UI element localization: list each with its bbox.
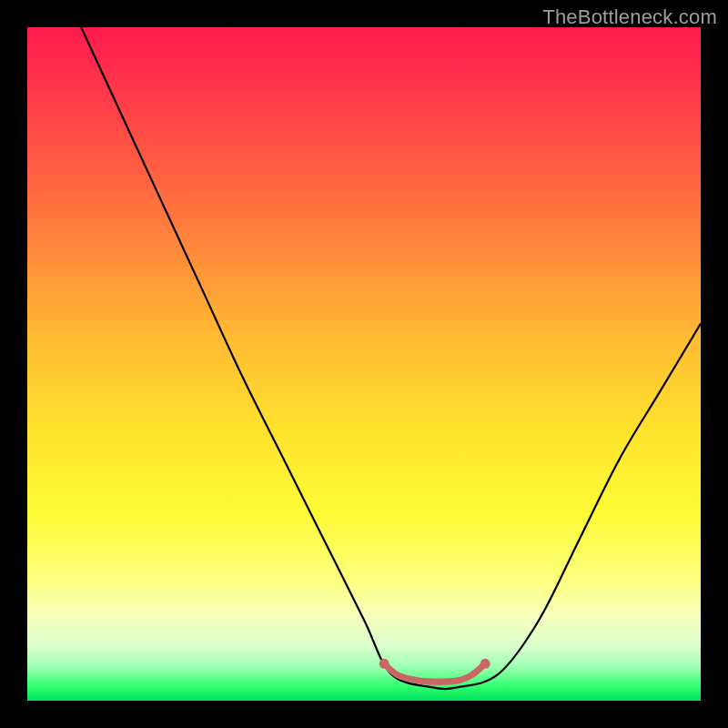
optimal-range-marker — [384, 663, 485, 682]
bottleneck-curve — [81, 27, 701, 689]
marker-dot — [480, 659, 490, 669]
watermark-text: TheBottleneck.com — [542, 5, 717, 29]
chart-svg — [27, 27, 701, 701]
optimal-range-dots — [379, 659, 490, 669]
marker-dot — [379, 659, 389, 669]
